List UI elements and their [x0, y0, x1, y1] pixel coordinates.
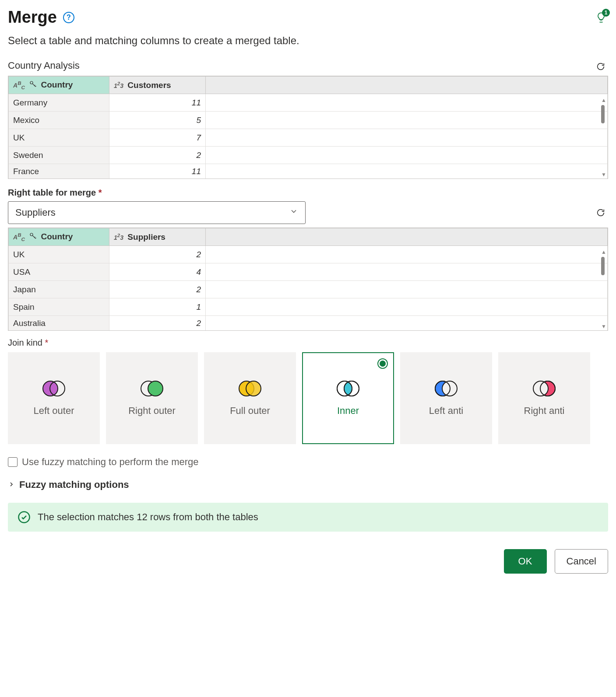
left-col-country-header[interactable]: ABC Country: [9, 77, 109, 94]
right-col-suppliers-header[interactable]: 123 Suppliers: [109, 228, 206, 246]
scroll-thumb[interactable]: [601, 105, 605, 123]
venn-right-anti-icon: [530, 380, 558, 397]
venn-left-anti-icon: [432, 380, 460, 397]
ok-button[interactable]: OK: [504, 549, 547, 574]
tips-button[interactable]: 1: [594, 11, 608, 25]
key-icon: [29, 232, 37, 242]
dialog-subtitle: Select a table and matching columns to c…: [8, 35, 608, 47]
right-table-dropdown[interactable]: Suppliers: [8, 201, 306, 224]
fuzzy-matching-label: Use fuzzy matching to perform the merge: [22, 456, 199, 468]
right-col-filler: [206, 228, 608, 246]
table-row[interactable]: Germany11: [9, 94, 608, 112]
check-circle-icon: [18, 511, 31, 524]
scroll-down-icon: ▼: [601, 323, 606, 329]
scroll-up-icon: ▲: [601, 97, 606, 103]
text-type-icon: ABC: [13, 82, 25, 89]
table-row[interactable]: Japan2: [9, 281, 608, 298]
right-table-preview: ABC Country 123 Suppliers UK2 USA4 Japan…: [8, 228, 608, 331]
fuzzy-matching-checkbox[interactable]: [8, 457, 18, 467]
dialog-footer: OK Cancel: [8, 549, 608, 574]
table-row[interactable]: UK2: [9, 246, 608, 263]
left-col-customers-header[interactable]: 123 Customers: [109, 77, 206, 94]
match-status-text: The selection matches 12 rows from both …: [38, 511, 258, 523]
cancel-button[interactable]: Cancel: [555, 549, 608, 574]
right-table-scrollbar[interactable]: ▲ ▼: [600, 245, 608, 330]
left-col-filler: [206, 77, 608, 94]
key-icon: [29, 80, 37, 90]
svg-point-1: [30, 233, 33, 236]
dialog-title: Merge: [8, 8, 57, 27]
scroll-down-icon: ▼: [601, 172, 606, 178]
join-full-outer[interactable]: Full outer: [204, 352, 296, 444]
scroll-up-icon: ▲: [601, 249, 606, 255]
dialog-header: Merge ? 1: [8, 8, 608, 27]
join-inner[interactable]: Inner: [302, 352, 394, 444]
venn-inner-icon: [334, 380, 362, 397]
join-right-anti[interactable]: Right anti: [498, 352, 590, 444]
match-status-bar: The selection matches 12 rows from both …: [8, 503, 608, 532]
table-row[interactable]: Spain1: [9, 298, 608, 316]
venn-full-outer-icon: [236, 380, 264, 397]
help-icon[interactable]: ?: [63, 12, 74, 23]
join-kind-label: Join kind *: [8, 338, 608, 348]
table-row[interactable]: Mexico5: [9, 112, 608, 129]
join-left-outer[interactable]: Left outer: [8, 352, 100, 444]
table-row[interactable]: Australia2: [9, 316, 608, 331]
scroll-thumb[interactable]: [601, 257, 605, 275]
join-left-anti[interactable]: Left anti: [400, 352, 492, 444]
tips-count-badge: 1: [602, 9, 610, 17]
join-right-outer[interactable]: Right outer: [106, 352, 198, 444]
venn-right-outer-icon: [138, 380, 166, 397]
chevron-down-icon: [289, 207, 298, 218]
number-type-icon: 123: [114, 82, 123, 89]
fuzzy-options-expander[interactable]: Fuzzy matching options: [8, 479, 608, 490]
right-table-selected-value: Suppliers: [15, 207, 56, 218]
svg-point-24: [19, 512, 30, 523]
fuzzy-matching-checkbox-row: Use fuzzy matching to perform the merge: [8, 456, 608, 468]
svg-point-7: [246, 381, 261, 396]
venn-left-outer-icon: [40, 380, 68, 397]
right-table-label: Right table for merge *: [8, 188, 608, 198]
left-table-scrollbar[interactable]: ▲ ▼: [600, 94, 608, 179]
table-row[interactable]: France11: [9, 164, 608, 179]
join-selected-radio: [377, 358, 388, 369]
left-table-preview: ABC Country 123 Customers Germany11 Mexi…: [8, 76, 608, 179]
table-row[interactable]: USA4: [9, 263, 608, 281]
right-col-country-header[interactable]: ABC Country: [9, 228, 109, 246]
refresh-right-table-button[interactable]: [593, 205, 608, 220]
chevron-right-icon: [8, 479, 15, 490]
table-row[interactable]: Sweden2: [9, 147, 608, 164]
number-type-icon: 123: [114, 234, 123, 241]
refresh-left-table-button[interactable]: [593, 59, 608, 74]
table-row[interactable]: UK7: [9, 129, 608, 147]
svg-point-0: [30, 81, 33, 84]
join-kind-options: Left outer Right outer Full outer Inner: [8, 352, 608, 444]
left-table-name: Country Analysis: [8, 60, 80, 71]
text-type-icon: ABC: [13, 234, 25, 241]
svg-point-5: [148, 381, 163, 396]
